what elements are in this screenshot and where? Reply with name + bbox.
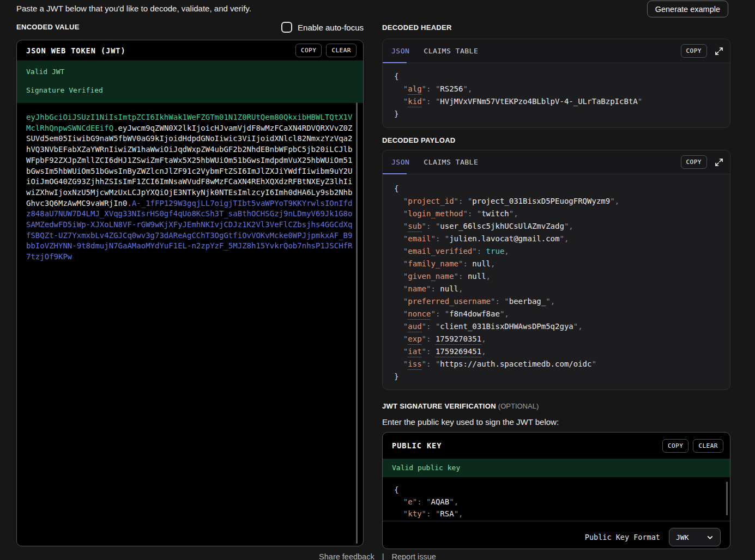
jwt-valid-status: Valid JWT (26, 68, 354, 76)
active-tab-underline (383, 62, 407, 63)
jwt-status-bar: Valid JWT Signature Verified (17, 60, 363, 103)
jwt-card: JSON WEB TOKEN (JWT) COPY CLEAR Valid JW… (16, 40, 364, 546)
intro-text: Paste a JWT below that you'd like to dec… (16, 4, 251, 13)
decoded-payload-tabbar: JSON CLAIMS TABLE COPY (383, 150, 730, 174)
signature-verification-title-text: JWT SIGNATURE VERIFICATION (382, 402, 496, 410)
decoded-payload-json: { "project_id": "project_031BisxD5PEuogF… (383, 174, 730, 383)
decoded-header-card: JSON CLAIMS TABLE COPY { "alg": "RS256",… (382, 39, 730, 128)
signature-verification-optional: (OPTIONAL) (498, 402, 539, 410)
public-key-valid-status: Valid public key (392, 464, 721, 472)
decoded-payload-label: DECODED PAYLOAD (382, 136, 730, 145)
report-issue-link[interactable]: Report issue (391, 552, 436, 560)
header-expand-button[interactable] (715, 47, 723, 56)
jwt-card-header: JSON WEB TOKEN (JWT) COPY CLEAR (17, 40, 363, 60)
public-key-instruction: Enter the public key used to sign the JW… (382, 417, 730, 427)
expand-icon (715, 47, 723, 56)
share-feedback-link[interactable]: Share feedback (319, 552, 375, 560)
public-key-json-editor[interactable]: { "e": "AQAB", "kty": "RSA",} (383, 477, 730, 521)
active-tab-underline (383, 173, 407, 174)
jwt-clear-button[interactable]: CLEAR (326, 44, 357, 57)
public-key-card: PUBLIC KEY COPY CLEAR Valid public key {… (382, 432, 730, 549)
encoded-column: ENCODED VALUE Enable auto-focus JSON WEB… (16, 22, 364, 546)
public-key-status-bar: Valid public key (383, 459, 730, 477)
public-key-format-value: JWK (676, 533, 688, 541)
public-key-card-header: PUBLIC KEY COPY CLEAR (383, 433, 730, 459)
encoded-value-label: ENCODED VALUE (16, 23, 80, 32)
public-key-copy-button[interactable]: COPY (662, 439, 689, 453)
header-copy-button[interactable]: COPY (681, 44, 708, 58)
chevron-down-icon (706, 534, 714, 541)
decoded-header-tabbar: JSON CLAIMS TABLE COPY (383, 39, 730, 63)
payload-expand-button[interactable] (715, 158, 723, 167)
autofocus-label: Enable auto-focus (298, 23, 364, 32)
public-key-format-label: Public Key Format (585, 533, 660, 541)
payload-copy-button[interactable]: COPY (681, 155, 708, 169)
tab-header-claims-table[interactable]: CLAIMS TABLE (424, 47, 478, 55)
footer: Share feedback | Report issue (319, 552, 436, 560)
public-key-format-bar: Public Key Format JWK (383, 521, 730, 546)
footer-divider: | (382, 552, 384, 560)
signature-verification-title: JWT SIGNATURE VERIFICATION(OPTIONAL) (382, 402, 730, 410)
decoded-column: DECODED HEADER JSON CLAIMS TABLE COPY { … (382, 22, 730, 549)
tab-payload-json[interactable]: JSON (391, 158, 409, 166)
decoded-header-label: DECODED HEADER (382, 23, 730, 32)
public-key-clear-button[interactable]: CLEAR (693, 439, 723, 453)
generate-example-button[interactable]: Generate example (647, 1, 728, 17)
jwt-editor-scrollbar[interactable] (356, 102, 358, 544)
tab-payload-claims-table[interactable]: CLAIMS TABLE (424, 158, 478, 166)
autofocus-control[interactable]: Enable auto-focus (281, 22, 364, 33)
decoded-header-json: { "alg": "RS256", "kid": "HVjMVxVFNm57Vt… (383, 63, 730, 120)
decoded-payload-card: JSON CLAIMS TABLE COPY { "project_id": "… (382, 150, 730, 390)
jwt-copy-button[interactable]: COPY (295, 44, 322, 57)
jwt-token-text[interactable]: eyJhbGciOiJSUzI1NiIsImtpZCI6IkhWak1WeFZG… (26, 112, 352, 263)
tab-header-json[interactable]: JSON (391, 47, 409, 55)
autofocus-checkbox[interactable] (281, 22, 292, 33)
jwt-signature-status: Signature Verified (26, 86, 354, 94)
jwt-card-title: JSON WEB TOKEN (JWT) (26, 46, 126, 55)
jwt-token-editor[interactable]: eyJhbGciOiJSUzI1NiIsImtpZCI6IkhWak1WeFZG… (17, 103, 363, 263)
public-key-format-select[interactable]: JWK (669, 528, 721, 546)
public-key-scrollbar[interactable] (726, 482, 728, 515)
expand-icon (715, 158, 723, 167)
public-key-card-title: PUBLIC KEY (392, 441, 442, 450)
